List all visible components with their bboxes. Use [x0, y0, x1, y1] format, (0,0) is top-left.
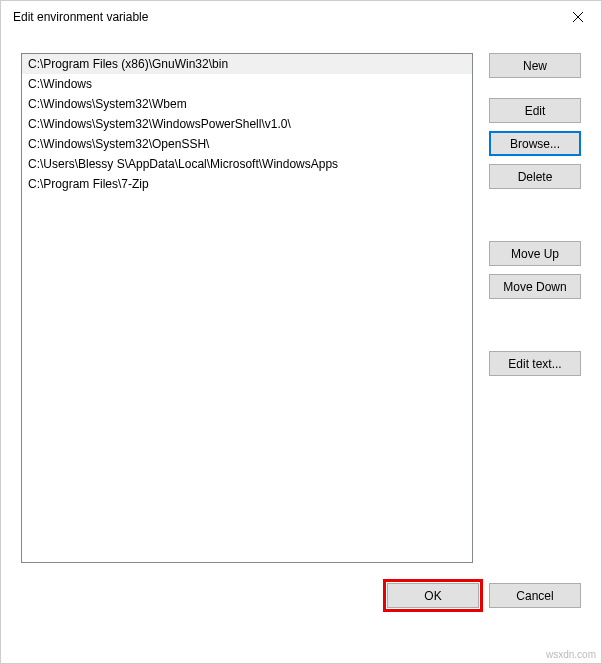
watermark: wsxdn.com	[546, 649, 596, 660]
edit-text-button[interactable]: Edit text...	[489, 351, 581, 376]
new-button[interactable]: New	[489, 53, 581, 78]
list-item[interactable]: C:\Program Files (x86)\GnuWin32\bin	[22, 54, 472, 74]
path-listbox[interactable]: C:\Program Files (x86)\GnuWin32\binC:\Wi…	[21, 53, 473, 563]
close-icon	[573, 12, 583, 22]
dialog-content: C:\Program Files (x86)\GnuWin32\binC:\Wi…	[1, 33, 601, 563]
delete-button[interactable]: Delete	[489, 164, 581, 189]
list-item[interactable]: C:\Program Files\7-Zip	[22, 174, 472, 194]
side-button-panel: New Edit Browse... Delete Move Up Move D…	[489, 53, 581, 563]
close-button[interactable]	[555, 1, 601, 33]
list-item[interactable]: C:\Windows	[22, 74, 472, 94]
titlebar: Edit environment variable	[1, 1, 601, 33]
window-title: Edit environment variable	[13, 10, 148, 24]
list-item[interactable]: C:\Windows\System32\Wbem	[22, 94, 472, 114]
edit-button[interactable]: Edit	[489, 98, 581, 123]
list-item[interactable]: C:\Users\Blessy S\AppData\Local\Microsof…	[22, 154, 472, 174]
ok-button[interactable]: OK	[387, 583, 479, 608]
list-item[interactable]: C:\Windows\System32\WindowsPowerShell\v1…	[22, 114, 472, 134]
move-up-button[interactable]: Move Up	[489, 241, 581, 266]
browse-button[interactable]: Browse...	[489, 131, 581, 156]
move-down-button[interactable]: Move Down	[489, 274, 581, 299]
bottom-button-bar: OK Cancel	[1, 563, 601, 608]
cancel-button[interactable]: Cancel	[489, 583, 581, 608]
list-item[interactable]: C:\Windows\System32\OpenSSH\	[22, 134, 472, 154]
